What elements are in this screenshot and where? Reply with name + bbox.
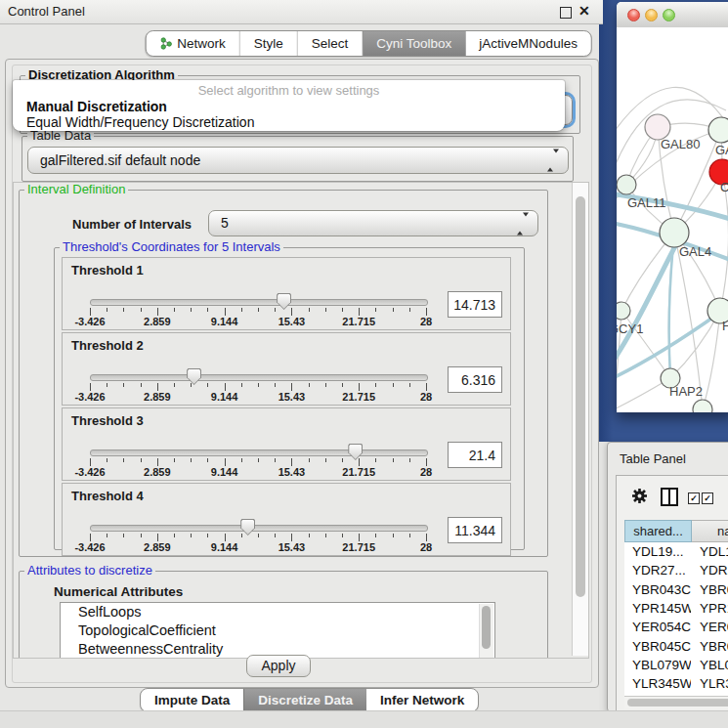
table-horizontal-scrollbar[interactable] [624,696,728,708]
cell-name: YER0 [700,618,728,636]
cell-name: YBL0 [700,656,728,674]
node-label: GAL11 [627,195,666,210]
zoom-traffic-light-icon[interactable] [663,9,675,21]
attribute-item[interactable]: TopologicalCoefficient [61,621,494,640]
threshold-panel-1: Threshold 1-3.4262.8599.14415.4321.71528… [62,257,511,330]
popup-hint: Select algorithm to view settings [13,83,565,98]
intervals-combo-value: 5 [221,211,514,236]
split-columns-icon[interactable] [661,488,678,506]
slider-tick-labels: -3.4262.8599.14415.4321.71528 [90,391,426,403]
checkbox-icon[interactable]: ✓ [702,492,713,504]
tab-discretize-data[interactable]: Discretize Data [243,689,366,711]
network-node[interactable] [617,302,630,320]
tab-impute-data[interactable]: Impute Data [141,689,243,711]
table-row[interactable]: YBL079WYBL0 [624,656,728,674]
cell-name: YBR0 [700,637,728,656]
attributes-scrollbar[interactable] [479,604,493,659]
tab-style[interactable]: Style [239,31,297,56]
bottom-strip [0,710,728,728]
network-node[interactable] [708,117,728,143]
checkbox-icon[interactable]: ✓ [688,492,700,504]
apply-button[interactable]: Apply [246,655,311,677]
combo-stepper-icon [517,216,529,231]
tab-label: Select [312,31,349,56]
table-data-combo[interactable]: galFiltered.sif default node [27,147,569,174]
column-header-name[interactable]: na [692,520,728,542]
node-label: GAL80 [661,137,700,151]
tab-label: Infer Network [380,689,464,711]
network-node[interactable] [693,400,712,412]
table-row[interactable]: YDR27...YDR2 [624,561,728,579]
table-panel-window: Table Panel ✓ ✓ shared... na YDL19...YDL… [607,442,728,712]
threshold-value-field[interactable]: 11.344 [448,517,502,543]
minimize-traffic-light-icon[interactable] [645,9,658,21]
scrollbar-thumb[interactable] [482,606,491,649]
combo-stepper-icon [547,153,559,168]
slider-tick-labels: -3.4262.8599.14415.4321.71528 [90,466,426,478]
algorithm-dropdown-popup: Select algorithm to view settings Manual… [13,80,565,131]
slider-track[interactable] [90,450,428,456]
threshold-label: Threshold 1 [71,263,144,278]
tab-label: Discretize Data [258,689,353,711]
cell-shared-name: YBR043C [632,580,691,599]
table-row[interactable]: YER054CYER0 [624,618,728,636]
table-panel-title: Table Panel [620,451,686,466]
tab-jactivemnodules[interactable]: jActiveMNodules [465,31,591,56]
tab-label: jActiveMNodules [479,31,578,56]
network-node[interactable] [660,218,689,247]
attribute-item[interactable]: SelfLoops [61,603,494,621]
threshold-value-field[interactable]: 21.4 [448,442,502,468]
node-label: H [722,319,728,333]
node-label: HAP2 [669,384,703,399]
table-row[interactable]: YPR145WYPR1 [624,599,728,618]
network-node[interactable] [617,175,636,194]
float-window-icon[interactable] [560,7,572,19]
tab-label: Style [254,31,283,56]
numerical-attributes-label: Numerical Attributes [54,584,183,599]
popup-option-2[interactable]: Equal Width/Frequency Discretization [26,114,254,130]
tab-infer-network[interactable]: Infer Network [366,689,478,711]
network-canvas[interactable]: GAL80GAGAL11CGAL4GCY1HHAP2 [617,27,728,412]
cell-name: YDL1 [700,542,728,561]
slider-track[interactable] [90,374,428,381]
slider-tick-labels: -3.4262.8599.14415.4321.71528 [90,541,426,553]
tab-label: Cyni Toolbox [376,31,451,56]
content-vertical-scrollbar[interactable] [572,183,588,656]
threshold-value-field[interactable]: 14.713 [448,291,502,318]
interval-definition-title: Interval Definition [24,183,128,196]
table-rows: YDL19...YDL1YDR27...YDR2YBR043CYBR0YPR14… [624,542,728,696]
cell-shared-name: YPR145W [632,599,691,618]
attributes-group-title: Attributes to discretize [24,564,155,578]
table-row[interactable]: YBR043CYBR0 [624,580,728,599]
top-tab-bar: NetworkStyleSelectCyni ToolboxjActiveMNo… [145,30,592,57]
network-window-titlebar[interactable] [617,2,728,28]
cell-name: YPR1 [700,599,728,618]
node-label: GA [715,143,728,157]
cell-name: YBR0 [700,580,728,599]
table-data-combo-value: galFiltered.sif default node [40,148,544,173]
gear-icon[interactable] [631,488,648,504]
network-view-window: GAL80GAGAL11CGAL4GCY1HHAP2 [617,2,728,412]
table-row[interactable]: YLR345WYLR3 [624,674,728,693]
table-row[interactable]: YDL19...YDL1 [624,542,728,561]
threshold-label: Threshold 4 [71,489,144,503]
column-header-shared[interactable]: shared... [624,520,692,542]
scrollbar-thumb[interactable] [576,196,585,597]
cell-shared-name: YBR045C [632,637,691,656]
tab-network[interactable]: Network [146,31,239,56]
close-traffic-light-icon[interactable] [627,9,640,21]
tab-select[interactable]: Select [297,31,363,56]
table-row[interactable]: YBR045CYBR0 [624,637,728,656]
tab-label: Network [177,31,226,56]
control-panel-titlebar: Control Panel ✕ [0,0,603,24]
cell-shared-name: YBL079W [632,656,691,674]
threshold-value-field[interactable]: 6.316 [448,366,502,393]
scrollbar-thumb[interactable] [627,699,728,707]
slider-track[interactable] [90,525,428,532]
popup-option-1[interactable]: Manual Discretization [26,99,167,114]
tab-cyni-toolbox[interactable]: Cyni Toolbox [362,31,465,56]
close-icon[interactable]: ✕ [578,3,590,19]
slider-track[interactable] [90,299,428,306]
numerical-attributes-list[interactable]: SelfLoopsTopologicalCoefficientBetweenne… [60,602,495,659]
number-of-intervals-combo[interactable]: 5 [208,210,538,236]
